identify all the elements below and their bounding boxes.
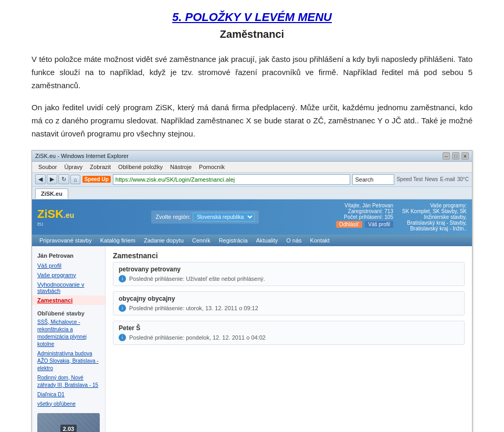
tab-label: ZiSK.eu [41,191,62,197]
nav-item-6[interactable]: O nás [282,235,306,246]
menu-edit[interactable]: Úpravy [61,163,86,171]
menu-tools[interactable]: Nástroje [167,163,195,171]
logout-button[interactable]: Odhlásiť [336,221,362,228]
browser-title: ZiSK.eu - Windows Internet Explorer [35,153,129,159]
browser-toolbar: ◀ ▶ ↻ ⌂ Speed Up https://www.zisk.eu/SK/… [32,173,472,187]
nav-item-1[interactable]: Katalóg firiem [96,235,140,246]
site-logo: ZiSK.eu [37,207,74,221]
url-text: https://www.zisk.eu/SK/Login/Zamestnanci… [116,176,235,183]
nav-item-2[interactable]: Zadanie dopytu [140,235,188,246]
region-select[interactable]: Slovenská republika [193,213,255,222]
programs-info: SK Komplet, SK Stavby, SK Inžinierske st… [398,208,467,231]
nav-item-5[interactable]: Aktuality [252,235,282,246]
close-button[interactable]: ✕ [461,152,469,160]
sidebar-image-label: 2.03 [60,425,77,433]
sidebar: Ján Petrovan Váš profil Vaše programy Vy… [32,246,106,433]
site-header: ZiSK.eu eu Zvolte región: Slovenská repu… [32,199,472,235]
address-bar[interactable]: https://www.zisk.eu/SK/Login/Zamestnanci… [113,174,351,185]
region-selector-block: Zvolte región: Slovenská republika [151,210,259,224]
sub-heading: Zaměstnanci [32,28,472,40]
main-title: Zamestnanci [113,251,465,260]
search-label: Search [355,176,373,183]
user-info-block: Vítajte, Ján Petrovan Zaregistrovaní: 71… [336,203,393,228]
employee-status-text-2: Posledné prihlásenie: pondelok, 12. 12. … [129,334,266,341]
sidebar-item-4[interactable]: všetky obľúbene [32,399,105,409]
employee-row-2: Peter Š i Posledné prihlásenie: pondelok… [113,321,465,345]
window-controls: ─ □ ✕ [443,152,469,160]
main-heading: 5. POLOŽKY V LEVÉM MENU [32,10,472,24]
logo-suffix: .eu [64,211,74,219]
employee-name-2: Peter Š [119,324,459,332]
site-wrapper: ZiSK.eu eu Zvolte región: Slovenská repu… [32,199,472,433]
employee-name-0: petrovany petrovany [119,266,459,273]
sidebar-item-2[interactable]: Rodinný dom, Nové záhrady III, Bratislav… [32,373,105,390]
site-nav: Pripravované stavby Katalóg firiem Zadan… [32,235,472,246]
menu-file[interactable]: Soubor [35,163,60,171]
programs-label: Vaše programy: [398,203,467,208]
browser-window: ZiSK.eu - Windows Internet Explorer ─ □ … [32,150,472,433]
logo-main: ZiSK [37,207,64,220]
site-main: Zamestnanci petrovany petrovany i Posled… [106,246,472,433]
forward-button[interactable]: ▶ [47,174,57,184]
sidebar-item-0[interactable]: SSŠ, Michalovce - rekonštrukcia a modern… [32,318,105,349]
employee-name-1: obycajny obycajny [119,295,459,302]
employee-status-text-1: Posledné prihlásenie: utorok, 13. 12. 20… [129,305,258,311]
page-wrapper: 5. POLOŽKY V LEVÉM MENU Zaměstnanci V té… [0,0,504,432]
header-right: Vítajte, Ján Petrovan Zaregistrovaní: 71… [336,203,467,231]
back-button[interactable]: ◀ [35,174,46,184]
status-icon-0: i [119,275,126,282]
user-info-2: Počet prihlásení: 105 [336,214,393,220]
employee-status-text-0: Posledné prihlásenie: Užívateľ ešte nebo… [129,276,265,282]
logo-tagline: eu [37,221,74,227]
refresh-button[interactable]: ↻ [58,174,69,184]
menu-help[interactable]: Pomocník [196,163,228,171]
sidebar-link-profile[interactable]: Váš profil [32,261,105,270]
nav-item-7[interactable]: Kontakt [306,235,334,246]
employee-status-1: i Posledné prihlásenie: utorok, 13. 12. … [119,304,459,312]
weather-label: 30°C [457,176,469,182]
maximize-button[interactable]: □ [452,152,459,160]
profile-button[interactable]: Váš profil [365,221,393,228]
sidebar-username: Ján Petrovan [32,250,105,261]
nav-item-4[interactable]: Registrácia [215,235,252,246]
sidebar-item-3[interactable]: Diaľnica D1 [32,390,105,399]
sidebar-link-analysis[interactable]: Vyhodnocovanie v stavbách [32,280,105,296]
speed-test-label: Speed Test [396,176,423,182]
paragraph-2: On jako ředitel uvidí celý program ZiSK,… [32,101,472,140]
employee-status-2: i Posledné prihlásenie: pondelok, 12. 12… [119,334,459,341]
sidebar-image: 2.03 [37,413,100,433]
region-label: Zvolte región: [155,214,191,220]
site-logo-block: ZiSK.eu eu [37,207,74,227]
status-icon-1: i [119,304,126,312]
speedup-label: Speed Up [82,176,111,183]
nav-buttons: ◀ ▶ ↻ ⌂ [35,174,80,184]
sidebar-link-programs[interactable]: Vaše programy [32,270,105,280]
user-info-1: Zaregistrovaní: 713 [336,208,393,214]
sidebar-item-1[interactable]: Administratívna budova AŽO Slovakia, Bra… [32,349,105,373]
sidebar-link-employees[interactable]: Zamestnanci [32,296,105,305]
browser-menubar: Soubor Úpravy Zobrazit Oblíbené položky … [32,162,472,173]
employee-row-1: obycajny obycajny i Posledné prihlásenie… [113,291,465,315]
news-label: News [425,176,438,182]
email-label: E-mail [440,176,455,182]
nav-item-0[interactable]: Pripravované stavby [35,235,96,246]
menu-view[interactable]: Zobrazit [87,163,114,171]
employee-status-0: i Posledné prihlásenie: Užívateľ ešte ne… [119,275,459,282]
search-bar[interactable]: Search [352,174,394,185]
programs-block: Vaše programy: SK Komplet, SK Stavby, SK… [398,203,467,231]
sidebar-section-favorites: Obľúbené stavby [32,307,105,318]
browser-titlebar: ZiSK.eu - Windows Internet Explorer ─ □ … [32,151,472,162]
minimize-button[interactable]: ─ [443,152,450,160]
tab-zisk[interactable]: ZiSK.eu [35,188,68,199]
paragraph-1: V této položce máte možnost vidět své za… [32,53,472,92]
site-body: Ján Petrovan Váš profil Vaše programy Vy… [32,246,472,433]
nav-item-3[interactable]: Cenník [188,235,215,246]
browser-tabs: ZiSK.eu [32,187,472,199]
status-icon-2: i [119,334,126,341]
home-button[interactable]: ⌂ [70,175,80,184]
employee-row-0: petrovany petrovany i Posledné prihlásen… [113,262,465,286]
menu-favorites[interactable]: Oblíbené položky [115,163,166,171]
user-greeting: Vítajte, Ján Petrovan [336,203,393,208]
